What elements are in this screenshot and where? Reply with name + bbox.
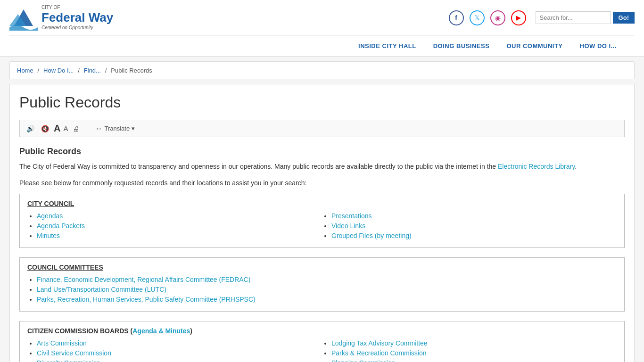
council-committees-links: Finance, Economic Development, Regional … (27, 276, 617, 303)
logo-city-of: CITY OF (41, 5, 113, 10)
logo[interactable]: CITY OF Federal Way Centered on Opportun… (9, 5, 113, 31)
city-council-links: Agendas Agenda Packets Minutes Presentat… (27, 212, 617, 242)
list-item: Minutes (37, 232, 322, 239)
minutes-link[interactable]: Minutes (37, 232, 60, 239)
search-input[interactable] (536, 11, 611, 24)
parks-recreation-commission-link[interactable]: Parks & Recreation Commission (331, 349, 427, 357)
list-item: Grouped Files (by meeting) (331, 232, 617, 239)
mute-button[interactable]: 🔇 (39, 124, 51, 133)
city-council-left: Agendas Agenda Packets Minutes (27, 212, 322, 242)
video-links-link[interactable]: Video Links (331, 222, 365, 230)
list-item: Agendas (37, 212, 322, 220)
prhspsc-link[interactable]: Parks, Recreation, Human Services, Publi… (37, 296, 256, 303)
search-button[interactable]: Go! (613, 12, 635, 24)
listen-button[interactable]: 🔊 (25, 124, 36, 133)
arts-commission-link[interactable]: Arts Commission (37, 339, 87, 347)
list-item: Parks & Recreation Commission (331, 349, 617, 357)
intro-paragraph: The City of Federal Way is committed to … (19, 161, 625, 172)
translate-label: Translate (104, 125, 130, 132)
logo-tagline: Centered on Opportunity (41, 25, 113, 31)
breadcrumb-how-do-i[interactable]: How Do I... (43, 67, 74, 74)
agenda-minutes-link[interactable]: Agenda & Minutes (132, 327, 190, 335)
citizen-commission-section: CITIZEN COMMISSION BOARDS (Agenda & Minu… (19, 321, 625, 362)
presentations-link[interactable]: Presentations (331, 212, 372, 220)
list-item: Presentations (331, 212, 617, 220)
accessibility-toolbar: 🔊 🔇 A A 🖨 ↔ Translate ▾ (19, 120, 625, 137)
nav-inside-city-hall[interactable]: INSIDE CITY HALL (350, 36, 425, 56)
twitter-icon[interactable]: 𝕏 (470, 10, 485, 25)
list-item: Arts Commission (37, 339, 322, 347)
fedrac-link[interactable]: Finance, Economic Development, Regional … (37, 276, 250, 283)
list-item: Civil Service Commission (37, 349, 322, 357)
council-committees-title: COUNCIL COMMITTEES (27, 263, 103, 271)
civil-service-link[interactable]: Civil Service Commission (37, 349, 111, 357)
list-item: Agenda Packets (37, 222, 322, 230)
agenda-packets-link[interactable]: Agenda Packets (37, 222, 85, 230)
header-right: f 𝕏 ◉ ▶ Go! (449, 10, 635, 25)
font-large-label: A (54, 123, 60, 134)
main-nav: INSIDE CITY HALL DOING BUSINESS OUR COMM… (9, 35, 635, 56)
list-item: Video Links (331, 222, 617, 230)
list-item: Parks, Recreation, Human Services, Publi… (37, 296, 617, 303)
youtube-icon[interactable]: ▶ (511, 10, 526, 25)
translate-icon: ↔ (95, 124, 102, 133)
nav-our-community[interactable]: OUR COMMUNITY (498, 36, 571, 56)
breadcrumb: Home / How Do I... / Find... / Public Re… (9, 61, 635, 79)
city-council-right: Presentations Video Links Grouped Files … (322, 212, 617, 242)
instagram-icon[interactable]: ◉ (490, 10, 505, 25)
page-title: Public Records (19, 94, 625, 111)
translate-button[interactable]: ↔ Translate ▾ (95, 124, 135, 133)
nav-how-do-i[interactable]: HOW DO I... (571, 36, 625, 56)
city-council-title: CITY COUNCIL (27, 200, 74, 207)
content-title: Public Records (19, 147, 625, 156)
font-small-label: A (63, 124, 68, 132)
citizen-commission-left: Arts Commission Civil Service Commission… (27, 339, 322, 362)
list-item: Diversity Commission (37, 359, 322, 362)
lodging-tax-link[interactable]: Lodging Tax Advisory Committee (331, 339, 428, 347)
grouped-files-link[interactable]: Grouped Files (by meeting) (331, 232, 412, 239)
print-button[interactable]: 🖨 (71, 124, 81, 133)
city-council-section: CITY COUNCIL Agendas Agenda Packets Minu… (19, 194, 625, 248)
breadcrumb-home[interactable]: Home (17, 67, 33, 74)
breadcrumb-current: Public Records (111, 67, 152, 74)
subtext-paragraph: Please see below for commonly requested … (19, 178, 625, 188)
lutc-link[interactable]: Land Use/Transportation Committee (LUTC) (37, 286, 166, 293)
diversity-commission-link[interactable]: Diversity Commission (37, 359, 100, 362)
logo-name: Federal Way (41, 10, 113, 25)
breadcrumb-find[interactable]: Find... (84, 67, 101, 74)
toolbar-divider (86, 123, 86, 134)
content-area: Public Records The City of Federal Way i… (19, 147, 625, 362)
search-area: Go! (536, 11, 635, 24)
planning-commission-link[interactable]: Planning Commission (331, 359, 395, 362)
citizen-commission-right: Lodging Tax Advisory Committee Parks & R… (322, 339, 617, 362)
facebook-icon[interactable]: f (449, 10, 464, 25)
list-item: Land Use/Transportation Committee (LUTC) (37, 286, 617, 293)
list-item: Lodging Tax Advisory Committee (331, 339, 617, 347)
main-content: Public Records 🔊 🔇 A A 🖨 ↔ Translate ▾ P… (9, 84, 635, 362)
list-item: Finance, Economic Development, Regional … (37, 276, 617, 283)
translate-chevron: ▾ (132, 125, 135, 132)
nav-doing-business[interactable]: DOING BUSINESS (425, 36, 498, 56)
erl-link[interactable]: Electronic Records Library (498, 163, 575, 170)
council-committees-section: COUNCIL COMMITTEES Finance, Economic Dev… (19, 257, 625, 312)
list-item: Planning Commission (331, 359, 617, 362)
agendas-link[interactable]: Agendas (37, 212, 63, 220)
citizen-commission-title: CITIZEN COMMISSION BOARDS (Agenda & Minu… (27, 327, 192, 335)
citizen-commission-links: Arts Commission Civil Service Commission… (27, 339, 617, 362)
